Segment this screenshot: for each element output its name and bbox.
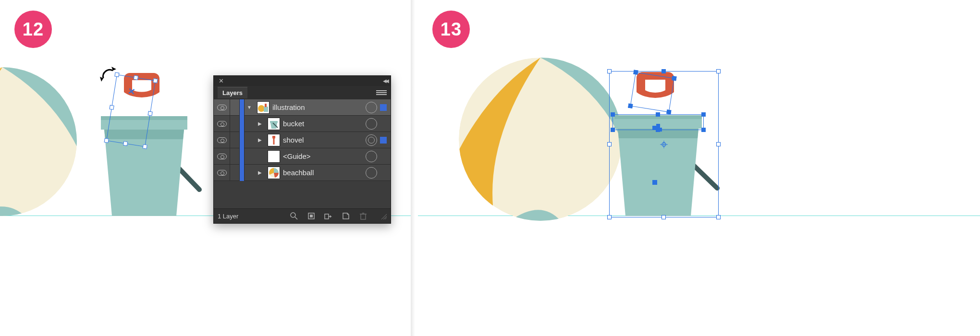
layer-color-strip (240, 99, 245, 116)
search-icon[interactable] (290, 212, 298, 220)
eye-icon (217, 170, 227, 176)
svg-rect-9 (270, 121, 278, 123)
tab-layers[interactable]: Layers (218, 87, 247, 98)
tab-label: Layers (222, 89, 243, 96)
anchor-point[interactable] (652, 180, 657, 185)
layer-name[interactable]: beachball (283, 168, 363, 177)
lock-toggle[interactable] (230, 165, 240, 181)
svg-rect-7 (264, 107, 268, 112)
layer-thumbnail (268, 134, 280, 146)
panel-divider (411, 0, 418, 336)
target-icon[interactable] (366, 151, 377, 162)
layer-name[interactable]: bucket (283, 120, 363, 128)
disclosure-triangle[interactable]: ▶ (255, 135, 265, 145)
step-badge-12: 12 (14, 11, 52, 48)
selection-indicator[interactable] (380, 153, 387, 160)
layer-name[interactable]: illustration (272, 103, 363, 111)
svg-rect-18 (361, 214, 366, 219)
svg-point-13 (291, 213, 295, 217)
selection-indicator[interactable] (380, 137, 387, 144)
layer-row-bucket[interactable]: ▶ bucket (214, 116, 391, 132)
visibility-toggle[interactable] (214, 116, 230, 132)
target-icon[interactable] (366, 118, 377, 130)
visibility-toggle[interactable] (214, 99, 230, 116)
layer-color-strip (240, 116, 245, 132)
lock-toggle[interactable] (230, 116, 240, 132)
layer-color-strip (240, 148, 245, 165)
lock-toggle[interactable] (230, 148, 240, 165)
selection-indicator[interactable] (380, 169, 387, 176)
layer-thumbnail (268, 118, 280, 130)
layer-list: ▼ illustration ▶ bucket (214, 99, 391, 181)
artwork-beachball (459, 58, 622, 221)
svg-line-14 (295, 217, 297, 219)
step-badge-13: 13 (432, 11, 470, 48)
panel-tabbar: Layers (214, 86, 391, 99)
panel-collapse-icon[interactable]: ◀◀ (383, 78, 388, 84)
target-icon[interactable] (366, 102, 377, 113)
eye-icon (217, 154, 227, 159)
artwork-beachball (0, 67, 77, 216)
svg-rect-17 (325, 214, 329, 219)
panel-step-13: 13 (418, 0, 980, 336)
visibility-toggle[interactable] (214, 132, 230, 148)
layer-color-strip (240, 165, 245, 181)
svg-point-6 (258, 105, 265, 112)
lock-toggle[interactable] (230, 132, 240, 148)
layer-thumbnail (257, 101, 270, 114)
panel-menu-icon[interactable] (376, 89, 387, 96)
panel-step-12: 12 (0, 0, 411, 336)
visibility-toggle[interactable] (214, 148, 230, 165)
svg-rect-16 (310, 215, 313, 217)
locate-icon[interactable] (307, 212, 316, 220)
layer-row-shovel[interactable]: ▶ shovel (214, 132, 391, 148)
panel-footer: 1 Layer (214, 209, 391, 223)
selection-bounding-box-shovel[interactable] (630, 72, 674, 112)
layer-row-illustration[interactable]: ▼ illustration (214, 99, 391, 116)
center-point-icon (660, 141, 668, 148)
selection-indicator[interactable] (380, 120, 387, 127)
layer-thumbnail (268, 167, 280, 179)
layer-count-label: 1 Layer (218, 213, 238, 220)
close-icon[interactable]: ✕ (217, 77, 225, 85)
layer-thumbnail (268, 150, 280, 163)
svg-rect-8 (265, 104, 267, 107)
anchor-cluster[interactable] (652, 124, 663, 132)
step-number: 12 (23, 19, 44, 40)
target-icon[interactable] (366, 134, 377, 146)
trash-icon[interactable] (359, 212, 368, 220)
layer-color-strip (240, 132, 245, 148)
disclosure-triangle[interactable]: ▶ (255, 168, 265, 178)
artwork-bucket-shovel (94, 67, 219, 226)
panel-empty-area[interactable] (214, 181, 391, 209)
disclosure-triangle[interactable]: ▶ (255, 119, 265, 129)
eye-icon (217, 105, 227, 110)
lock-toggle[interactable] (230, 99, 240, 116)
layer-name[interactable]: shovel (283, 136, 363, 144)
layer-name[interactable]: <Guide> (283, 152, 363, 160)
selection-indicator[interactable] (380, 104, 387, 111)
resize-grip-icon[interactable] (380, 213, 387, 219)
disclosure-triangle[interactable]: ▼ (245, 103, 254, 112)
layer-row-guide[interactable]: <Guide> (214, 148, 391, 165)
eye-icon (217, 121, 227, 127)
clip-icon[interactable] (324, 212, 333, 220)
step-number: 13 (441, 19, 462, 40)
eye-icon (217, 137, 227, 143)
target-icon[interactable] (366, 167, 377, 179)
panel-titlebar[interactable]: ✕ ◀◀ (214, 76, 391, 86)
new-layer-icon[interactable] (342, 212, 350, 220)
layer-row-beachball[interactable]: ▶ beachball (214, 165, 391, 181)
visibility-toggle[interactable] (214, 165, 230, 181)
layers-panel[interactable]: ✕ ◀◀ Layers ▼ illustration (213, 75, 391, 224)
